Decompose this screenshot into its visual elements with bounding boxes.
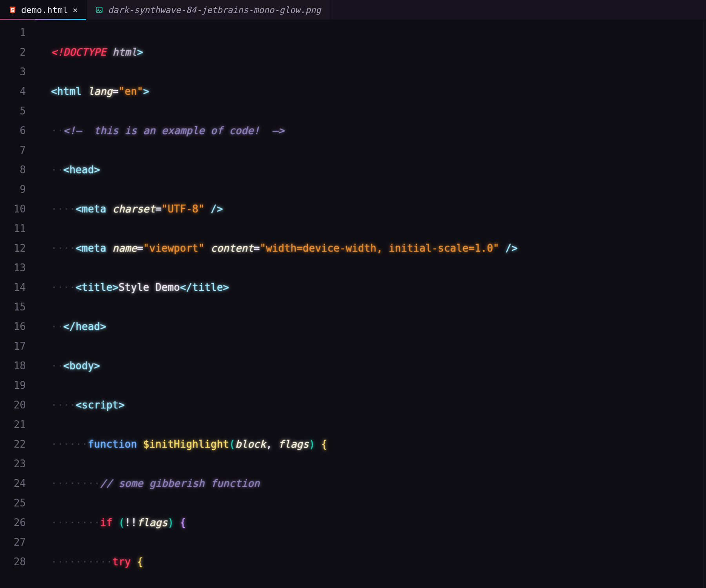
- line-number: 11: [0, 219, 35, 238]
- line-number-gutter: 1234567891011121314151617181920212223242…: [0, 20, 35, 588]
- line-number: 18: [0, 356, 35, 376]
- line-number: 10: [0, 199, 35, 219]
- code-line: ········if (!!flags) {: [51, 513, 704, 532]
- code-line: ··<!— this is an example of code! —>: [51, 121, 704, 140]
- line-number: 12: [0, 238, 35, 258]
- line-number: 1: [0, 23, 35, 42]
- code-line: ··<head>: [51, 160, 704, 180]
- code-line: ······function $initHighlight(block, fla…: [51, 434, 704, 454]
- code-area[interactable]: <!DOCTYPE html> <html lang="en"> ··<!— t…: [35, 20, 704, 588]
- code-line: ··<body>: [51, 356, 704, 376]
- line-number: 4: [0, 82, 35, 101]
- svg-point-1: [98, 9, 99, 10]
- code-line: ··</head>: [51, 317, 704, 336]
- close-icon[interactable]: ×: [73, 5, 78, 15]
- code-line: ··········try {: [51, 552, 704, 572]
- line-number: 26: [0, 513, 35, 532]
- line-number: 5: [0, 101, 35, 121]
- editor: 1234567891011121314151617181920212223242…: [0, 20, 706, 588]
- line-number: 2: [0, 42, 35, 62]
- line-number: 23: [0, 454, 35, 474]
- code-line: ····<meta name="viewport" content="width…: [51, 238, 704, 258]
- tab-demo-html[interactable]: demo.html ×: [0, 0, 87, 20]
- tab-label: dark-synthwave-84-jetbrains-mono-glow.pn…: [108, 5, 321, 15]
- code-line: ····<script>: [51, 395, 704, 415]
- line-number: 13: [0, 258, 35, 278]
- line-number: 22: [0, 434, 35, 454]
- line-number: 28: [0, 552, 35, 572]
- line-number: 7: [0, 140, 35, 160]
- line-number: 20: [0, 395, 35, 415]
- line-number: 15: [0, 297, 35, 317]
- image-icon: [95, 6, 103, 14]
- line-number: 8: [0, 160, 35, 180]
- line-number: 24: [0, 474, 35, 493]
- html5-icon: [9, 6, 16, 14]
- tab-label: demo.html: [21, 5, 68, 15]
- code-line: ····<title>Style Demo</title>: [51, 278, 704, 297]
- minimap[interactable]: [704, 20, 706, 588]
- line-number: 16: [0, 317, 35, 336]
- line-number: 14: [0, 278, 35, 297]
- code-line: <html lang="en">: [51, 82, 704, 101]
- tab-bar: demo.html × dark-synthwave-84-jetbrains-…: [0, 0, 706, 20]
- line-number: 6: [0, 121, 35, 140]
- code-line: ········// some gibberish function: [51, 474, 704, 493]
- line-number: 9: [0, 180, 35, 199]
- tab-image-preview[interactable]: dark-synthwave-84-jetbrains-mono-glow.pn…: [87, 0, 330, 20]
- line-number: 17: [0, 336, 35, 356]
- line-number: 21: [0, 415, 35, 434]
- code-line: <!DOCTYPE html>: [51, 42, 704, 62]
- line-number: 27: [0, 532, 35, 552]
- line-number: 25: [0, 493, 35, 513]
- line-number: 3: [0, 62, 35, 82]
- line-number: 19: [0, 376, 35, 395]
- code-line: ····<meta charset="UTF-8" />: [51, 199, 704, 219]
